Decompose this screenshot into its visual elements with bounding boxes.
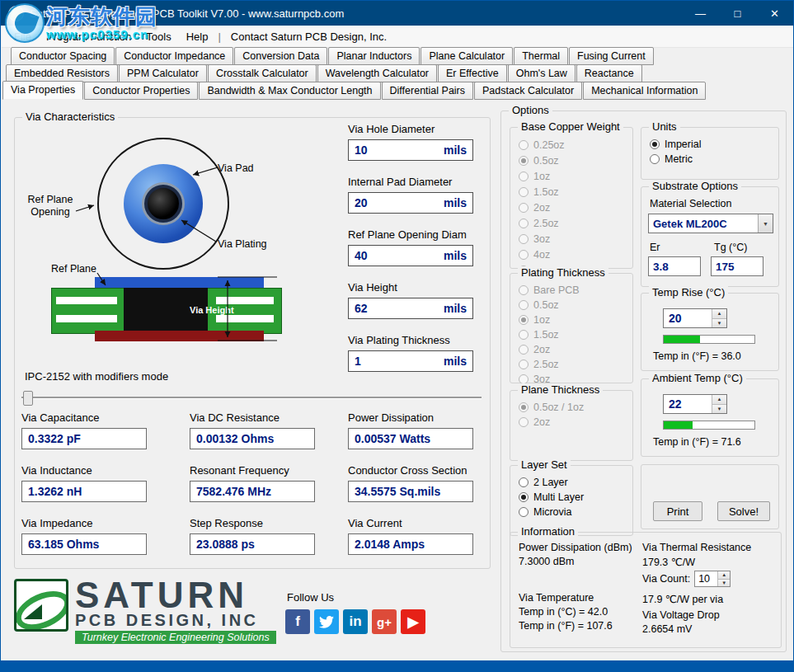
tab-thermal[interactable]: Thermal <box>514 47 568 65</box>
print-button[interactable]: Print <box>653 501 702 521</box>
tab-planar-inductors[interactable]: Planar Inductors <box>328 47 420 65</box>
plane-cutout <box>216 315 274 322</box>
ambient-temp-spin-buttons <box>712 395 726 413</box>
result-label: Via Impedance <box>21 517 190 529</box>
tab-conductor-properties[interactable]: Conductor Properties <box>84 82 198 100</box>
ambient-temp-stepper[interactable]: 22 <box>663 394 727 414</box>
radio-microvia[interactable]: Microvia <box>510 505 632 519</box>
tab-plane-calculator[interactable]: Plane Calculator <box>420 47 513 65</box>
spinner-up-icon[interactable] <box>712 395 726 404</box>
app-icon <box>8 6 24 21</box>
tab-ppm-calculator[interactable]: PPM Calculator <box>119 64 207 82</box>
spinner-down-icon[interactable] <box>712 404 726 414</box>
tab-conductor-impedance[interactable]: Conductor Impedance <box>115 47 233 65</box>
input-via-height[interactable]: 62mils <box>348 298 473 319</box>
radio-3oz: 3oz <box>510 231 632 247</box>
er-field[interactable]: 3.8 <box>648 256 701 276</box>
radio-imperial[interactable]: Imperial <box>641 137 778 152</box>
radio-1-5oz: 1.5oz <box>510 327 632 342</box>
material-select[interactable]: Getek ML200C <box>648 214 773 233</box>
tg-field[interactable]: 175 <box>711 256 763 276</box>
ambient-temp-title: Ambient Temp (°C) <box>649 372 746 384</box>
menu-file[interactable]: File <box>7 28 39 45</box>
radio-label: 2oz <box>533 202 550 214</box>
result-via-dc-resistance[interactable]: 0.00132 Ohms <box>190 428 315 449</box>
tab-bandwidth-max-conductor-length[interactable]: Bandwidth & Max Conductor Length <box>199 82 380 100</box>
tab-conductor-spacing[interactable]: Conductor Spacing <box>11 47 115 65</box>
maximize-button[interactable]: □ <box>719 1 756 26</box>
spinner-up-icon[interactable] <box>712 309 726 318</box>
via-count-stepper[interactable]: 10 <box>694 571 731 587</box>
input-ref-plane-opening-diam[interactable]: 40mils <box>348 245 473 266</box>
result-label: Conductor Cross Section <box>348 464 485 477</box>
via-results-grid: Via Capacitance0.3322 pFVia DC Resistanc… <box>21 411 485 570</box>
tab-differential-pairs[interactable]: Differential Pairs <box>382 82 473 100</box>
radio-icon <box>519 315 529 325</box>
input-via-hole-diameter[interactable]: 10mils <box>348 139 473 161</box>
tab-conversion-data[interactable]: Conversion Data <box>234 47 327 65</box>
mode-slider-thumb[interactable] <box>23 391 33 406</box>
solve-button[interactable]: Solve! <box>717 501 770 521</box>
radio-metric[interactable]: Metric <box>641 152 778 167</box>
spinner-down-icon[interactable] <box>718 579 730 587</box>
tab-mechanical-information[interactable]: Mechanical Information <box>583 82 706 100</box>
result-resonant-frequency[interactable]: 7582.476 MHz <box>190 481 315 502</box>
field-label: Internal Pad Diameter <box>348 176 475 188</box>
tab-padstack-calculator[interactable]: Padstack Calculator <box>474 82 582 100</box>
radio-icon <box>519 219 529 228</box>
chevron-down-icon[interactable] <box>758 214 773 233</box>
plane-cutout <box>216 297 274 304</box>
input-via-plating-thickness[interactable]: 1mils <box>348 350 473 372</box>
radio-icon[interactable] <box>650 139 660 149</box>
menu-help[interactable]: Help <box>179 28 216 45</box>
result-step-response[interactable]: 23.0888 ps <box>190 533 315 555</box>
plane-cutout <box>56 297 117 304</box>
result-via-impedance[interactable]: 63.185 Ohms <box>21 533 147 555</box>
result-conductor-cross-section[interactable]: 34.5575 Sq.mils <box>348 481 473 502</box>
tab-reactance[interactable]: Reactance <box>576 64 642 82</box>
radio-label: 2 Layer <box>533 477 568 488</box>
facebook-icon[interactable]: f <box>285 609 310 634</box>
radio-icon[interactable] <box>519 492 529 502</box>
mode-slider-track[interactable] <box>21 397 482 398</box>
tab-embedded-resistors[interactable]: Embedded Resistors <box>6 64 118 82</box>
result-cell: Resonant Frequency7582.476 MHz <box>190 464 348 517</box>
tab-crosstalk-calculator[interactable]: Crosstalk Calculator <box>208 64 317 82</box>
twitter-icon[interactable] <box>314 609 339 634</box>
spinner-down-icon[interactable] <box>712 318 726 328</box>
radio-icon[interactable] <box>519 507 529 517</box>
input-internal-pad-diameter[interactable]: 20mils <box>348 192 473 214</box>
close-button[interactable]: ✕ <box>756 1 793 26</box>
tab-fusing-current[interactable]: Fusing Current <box>569 47 654 65</box>
result-via-inductance[interactable]: 1.3262 nH <box>21 481 147 502</box>
radio-icon[interactable] <box>650 154 660 164</box>
minimize-button[interactable]: — <box>682 1 719 26</box>
radio-icon <box>519 402 529 412</box>
tab-er-effective[interactable]: Er Effective <box>438 64 507 82</box>
radio-1-5oz: 1.5oz <box>510 184 632 200</box>
linkedin-icon[interactable]: in <box>343 609 368 634</box>
menu-contact[interactable]: Contact Saturn PCB Design, Inc. <box>223 28 394 45</box>
spinner-up-icon[interactable] <box>718 571 730 579</box>
via-hole-circle <box>144 185 182 223</box>
input-block: Ref Plane Opening Diam40mils <box>348 228 475 266</box>
temp-rise-stepper[interactable]: 20 <box>663 308 727 328</box>
tab-ohm-s-law[interactable]: Ohm's Law <box>508 64 576 82</box>
radio-2-layer[interactable]: 2 Layer <box>510 475 632 490</box>
googleplus-icon[interactable]: g+ <box>372 609 397 634</box>
result-via-current[interactable]: 2.0148 Amps <box>348 533 473 555</box>
input-block: Via Height62mils <box>348 281 475 319</box>
tab-wavelength-calculator[interactable]: Wavelength Calculator <box>317 64 437 82</box>
menu-program-function[interactable]: Program Function <box>39 28 139 45</box>
result-power-dissipation[interactable]: 0.00537 Watts <box>348 428 473 449</box>
mode-slider[interactable] <box>21 390 482 405</box>
voltage-drop-value: 2.6654 mV <box>642 623 692 635</box>
youtube-icon[interactable]: ▶ <box>401 609 425 634</box>
tab-via-properties[interactable]: Via Properties <box>2 81 83 100</box>
app-window: Saturn PCB Design Inc. - PCB Toolkit V7.… <box>0 0 794 672</box>
result-label: Via Current <box>348 517 485 529</box>
radio-multi-layer[interactable]: Multi Layer <box>510 490 632 505</box>
menu-tools[interactable]: Tools <box>139 28 178 45</box>
result-via-capacitance[interactable]: 0.3322 pF <box>21 428 147 449</box>
radio-icon[interactable] <box>519 477 529 487</box>
